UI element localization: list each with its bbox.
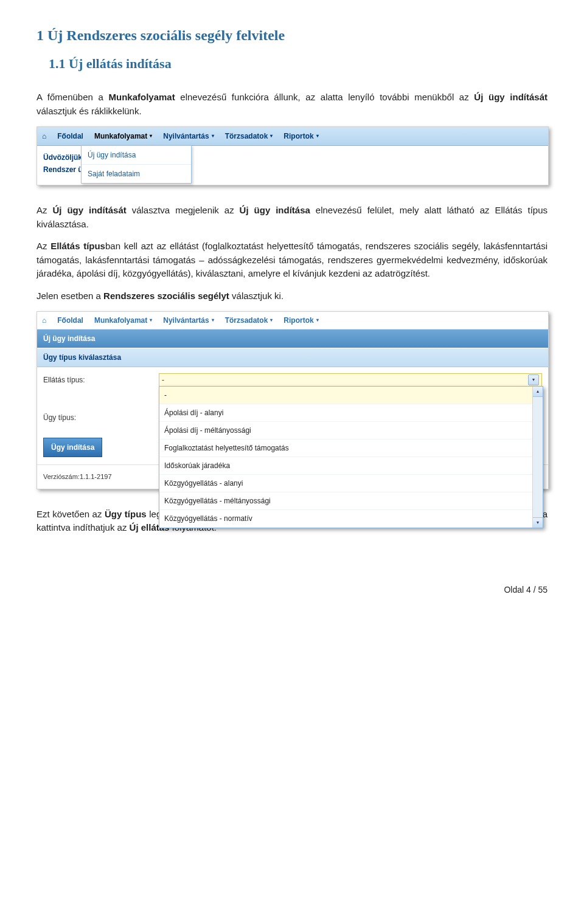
version-label: Verziószám:1.1.1-2197 (43, 472, 112, 482)
option[interactable]: Ápolási díj - alanyi (159, 404, 543, 422)
screenshot-menu-dropdown: ⌂ Főoldal Munkafolyamat▾ Nyilvántartás▾ … (36, 126, 549, 185)
option[interactable]: Közgyógyellátás - méltányossági (159, 492, 543, 510)
menu-label: Nyilvántartás (163, 315, 209, 326)
text: Ezt követően az (36, 509, 105, 519)
option[interactable]: - (159, 387, 543, 404)
text: választjuk ki. (229, 291, 283, 301)
chevron-down-icon: ▾ (150, 133, 152, 140)
bold: Új ügy indítása (240, 205, 310, 215)
select-value: - (162, 374, 164, 385)
text: A főmenüben a (36, 92, 109, 102)
menu-label: Törzsadatok (225, 315, 268, 326)
option[interactable]: Közgyógyellátás - alanyi (159, 475, 543, 492)
option[interactable]: Időskorúak járadéka (159, 457, 543, 475)
option[interactable]: Ápolási díj - méltányossági (159, 422, 543, 440)
munkafolyamat-dropdown: Új ügy indítása Saját feladataim (81, 145, 192, 184)
paragraph-3: Az Ellátás típusban kell azt az ellátást… (36, 240, 548, 281)
screenshot-new-case-form: ⌂ Főoldal Munkafolyamat▾ Nyilvántartás▾ … (36, 311, 549, 489)
select-ellatas-tipus[interactable]: - ▾ (159, 373, 542, 387)
menu-label: Munkafolyamat (94, 315, 147, 326)
menu-label: Nyilvántartás (163, 131, 209, 142)
bold: Rendszeres szociális segélyt (103, 291, 229, 301)
menu-fooldal[interactable]: Főoldal (57, 131, 83, 142)
chevron-down-icon: ▾ (528, 374, 539, 385)
text: Az (36, 205, 52, 215)
ugy-inditasa-button[interactable]: Ügy indítása (43, 438, 102, 457)
text: ban kell azt az ellátást (foglalkoztatás… (36, 241, 548, 278)
section-header: Ügy típus kiválasztása (37, 348, 548, 367)
chevron-down-icon: ▾ (212, 133, 214, 140)
bold-uj-ugy-inditasat: Új ügy indítását (474, 92, 548, 102)
menu-label: Munkafolyamat (94, 131, 147, 142)
chevron-down-icon: ▾ (270, 133, 273, 140)
menubar: ⌂ Főoldal Munkafolyamat▾ Nyilvántartás▾ … (37, 312, 548, 329)
option[interactable]: Közgyógyellátás - normatív (159, 510, 543, 528)
chevron-down-icon: ▾ (212, 317, 214, 324)
heading-1: 1 Új Rendszeres szociális segély felvite… (36, 24, 548, 46)
menu-fooldal[interactable]: Főoldal (57, 315, 83, 326)
chevron-down-icon: ▾ (270, 317, 273, 324)
chevron-down-icon: ▾ (316, 133, 319, 140)
text: választva megjelenik az (127, 205, 240, 215)
menu-riportok[interactable]: Riportok▾ (283, 131, 318, 142)
menu-torzsadatok[interactable]: Törzsadatok▾ (225, 315, 273, 326)
menu-munkafolyamat[interactable]: Munkafolyamat▾ (94, 131, 152, 142)
scrollbar[interactable]: ▴ ▾ (532, 387, 543, 528)
heading-1-1: 1.1 Új ellátás indítása (36, 53, 548, 74)
text: elnevezésű funkcióra állunk, az alatta l… (175, 92, 474, 102)
option[interactable]: Foglalkoztatást helyettesítő támogatás (159, 440, 543, 457)
bold-ellatas-tipus: Ellátás típus (50, 241, 105, 251)
ellatas-tipus-options: - Ápolási díj - alanyi Ápolási díj - mél… (159, 386, 543, 528)
label-ugy-tipus: Ügy típus: (43, 412, 141, 423)
chevron-down-icon: ▾ (316, 317, 319, 324)
menu-label: Riportok (283, 315, 313, 326)
home-icon[interactable]: ⌂ (42, 315, 46, 326)
chevron-down-icon: ▾ (150, 317, 152, 324)
menu-riportok[interactable]: Riportok▾ (283, 315, 318, 326)
text: választjuk és ráklikkelünk. (36, 106, 142, 116)
page-number: Oldal 4 / 55 (36, 584, 548, 596)
menu-torzsadatok[interactable]: Törzsadatok▾ (225, 131, 273, 142)
bold-munkafolyamat: Munkafolyamat (109, 92, 175, 102)
dropdown-item-sajat-feladataim[interactable]: Saját feladataim (82, 165, 191, 183)
bold: Ügy típus (105, 509, 147, 519)
page-title: Új ügy indítása (37, 329, 548, 348)
scroll-down-icon[interactable]: ▾ (533, 517, 543, 528)
paragraph-4: Jelen esetben a Rendszeres szociális seg… (36, 289, 548, 303)
text: Jelen esetben a (36, 291, 103, 301)
scroll-up-icon[interactable]: ▴ (533, 387, 543, 397)
dropdown-item-uj-ugy[interactable]: Új ügy indítása (82, 146, 191, 165)
text: Az (36, 241, 50, 251)
menu-label: Főoldal (57, 315, 83, 326)
menu-label: Főoldal (57, 131, 83, 142)
menu-label: Riportok (283, 131, 313, 142)
paragraph-2: Az Új ügy indítását választva megjelenik… (36, 204, 548, 231)
menu-munkafolyamat[interactable]: Munkafolyamat▾ (94, 315, 152, 326)
menubar: ⌂ Főoldal Munkafolyamat▾ Nyilvántartás▾ … (37, 127, 548, 146)
paragraph-1: A főmenüben a Munkafolyamat elnevezésű f… (36, 91, 548, 118)
menu-nyilvantartas[interactable]: Nyilvántartás▾ (163, 131, 214, 142)
menu-label: Törzsadatok (225, 131, 268, 142)
menu-nyilvantartas[interactable]: Nyilvántartás▾ (163, 315, 214, 326)
bold: Új ügy indítását (52, 205, 126, 215)
label-ellatas-tipus: Ellátás típus: (43, 374, 141, 385)
home-icon[interactable]: ⌂ (42, 131, 46, 142)
